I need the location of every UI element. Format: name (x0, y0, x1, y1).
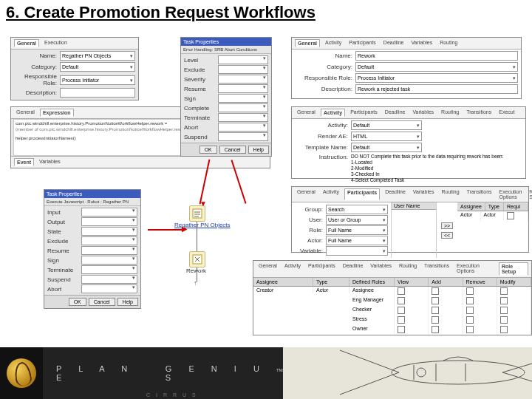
prop-field[interactable] (218, 94, 268, 103)
checkbox[interactable] (466, 326, 474, 333)
resp-role-field[interactable]: Process Initiator (355, 73, 518, 83)
tab-deadline[interactable]: Deadline (383, 109, 408, 117)
category-field[interactable]: Default (355, 62, 518, 72)
tab-variables[interactable]: Variables (368, 262, 394, 276)
wf-node-regather[interactable] (189, 205, 205, 222)
prop-field[interactable] (81, 236, 137, 245)
tab-deadline[interactable]: Deadline (341, 262, 366, 276)
tab-general[interactable]: General (14, 109, 37, 117)
tab-routing[interactable]: Routing (439, 109, 461, 117)
prop-field[interactable] (81, 284, 137, 293)
name-field[interactable]: Rework (355, 51, 518, 61)
prop-field[interactable] (81, 265, 137, 274)
tab-general[interactable]: General (295, 109, 318, 117)
template-field[interactable]: Default (351, 143, 422, 152)
tab-routing[interactable]: Routing (437, 39, 460, 47)
tab-event[interactable]: Event (14, 158, 34, 166)
prop-field[interactable] (218, 75, 268, 83)
tab-variables[interactable]: Variables (411, 188, 437, 200)
checkbox[interactable] (500, 326, 508, 333)
tab-general[interactable]: General (14, 39, 39, 47)
checkbox[interactable] (507, 212, 514, 219)
tab-expression[interactable]: Expression (40, 109, 74, 117)
checkbox[interactable] (432, 287, 439, 295)
activity-field[interactable]: Default (351, 120, 422, 130)
checkbox[interactable] (500, 287, 508, 295)
tab-exec-opts[interactable]: Execution Options (454, 262, 496, 276)
checkbox[interactable] (466, 316, 474, 324)
prop-field[interactable] (218, 132, 268, 141)
prop-field[interactable] (81, 227, 137, 236)
prop-field[interactable] (81, 246, 137, 255)
field[interactable]: User or Group (326, 215, 388, 225)
description-field[interactable]: Rework a rejected task (355, 84, 518, 94)
tab-activity[interactable]: Activity (282, 262, 303, 276)
tab-participants[interactable]: Participants (347, 39, 378, 47)
tab-role-setup[interactable]: Role Setup (527, 188, 532, 200)
tab-routing[interactable]: Routing (397, 262, 419, 276)
tab-activity[interactable]: Activity (321, 109, 345, 117)
help-button[interactable]: Help (248, 146, 269, 154)
wf-node-rework[interactable] (189, 251, 205, 267)
checkbox[interactable] (398, 287, 405, 295)
tab-variables[interactable]: Variables (37, 158, 63, 166)
tab-execution[interactable]: Execution (42, 39, 69, 47)
category-field[interactable]: Default (60, 62, 135, 72)
tab-exec-opts[interactable]: Execution Options (497, 188, 525, 200)
checkbox[interactable] (432, 297, 439, 304)
checkbox[interactable] (432, 326, 439, 333)
prop-field[interactable] (218, 84, 268, 93)
checkbox[interactable] (466, 287, 474, 295)
field[interactable] (326, 246, 388, 256)
prop-field[interactable] (218, 113, 268, 122)
tab-routing[interactable]: Routing (439, 188, 461, 200)
ok-button[interactable]: OK (200, 146, 217, 154)
tab-transitions[interactable]: Transitions (422, 262, 451, 276)
tab-participants[interactable]: Participants (344, 188, 380, 200)
checkbox[interactable] (500, 297, 508, 304)
tab-transitions[interactable]: Transitions (465, 188, 494, 200)
prop-field[interactable] (81, 275, 137, 284)
field[interactable]: Full Name (326, 236, 388, 245)
render-field[interactable]: HTML (351, 132, 422, 141)
tab-activity[interactable]: Activity (323, 39, 344, 47)
checkbox[interactable] (466, 307, 474, 314)
tab-participants[interactable]: Participants (348, 109, 380, 117)
checkbox[interactable] (432, 316, 439, 324)
tab-variables[interactable]: Variables (409, 39, 434, 47)
add-button[interactable]: >> (441, 222, 453, 229)
tab-deadline[interactable]: Deadline (381, 39, 406, 47)
tab-general[interactable]: General (256, 262, 279, 276)
tab-activity[interactable]: Activity (321, 188, 341, 200)
remove-button[interactable]: << (441, 232, 453, 239)
tab-role-setup[interactable]: Role Setup (499, 262, 528, 276)
prop-field[interactable] (81, 208, 137, 216)
resp-role-field[interactable]: Process Initiator (60, 75, 135, 85)
tab-transitions[interactable]: Transitions (464, 109, 494, 117)
field[interactable]: Full Name (326, 225, 388, 235)
checkbox[interactable] (500, 307, 508, 314)
checkbox[interactable] (398, 326, 405, 333)
name-field[interactable]: Regather PN Objects (60, 51, 135, 61)
tab-general[interactable]: General (295, 188, 318, 200)
tab-execut[interactable]: Execut (497, 109, 516, 117)
checkbox[interactable] (500, 316, 508, 324)
prop-field[interactable] (81, 256, 137, 265)
tab-variables[interactable]: Variables (410, 109, 436, 117)
checkbox[interactable] (398, 297, 405, 304)
description-field[interactable] (60, 88, 135, 98)
cancel-button[interactable]: Cancel (89, 298, 115, 306)
prop-field[interactable] (81, 217, 137, 226)
prop-field[interactable] (218, 103, 268, 112)
prop-field[interactable] (218, 55, 268, 64)
checkbox[interactable] (398, 316, 405, 324)
checkbox[interactable] (466, 297, 474, 304)
prop-field[interactable] (218, 65, 268, 74)
checkbox[interactable] (398, 307, 405, 314)
cancel-button[interactable]: Cancel (219, 146, 246, 154)
tab-participants[interactable]: Participants (306, 262, 338, 276)
field[interactable]: Search (326, 205, 388, 214)
prop-field[interactable] (218, 123, 268, 132)
tab-general[interactable]: General (295, 39, 320, 47)
checkbox[interactable] (432, 307, 439, 314)
